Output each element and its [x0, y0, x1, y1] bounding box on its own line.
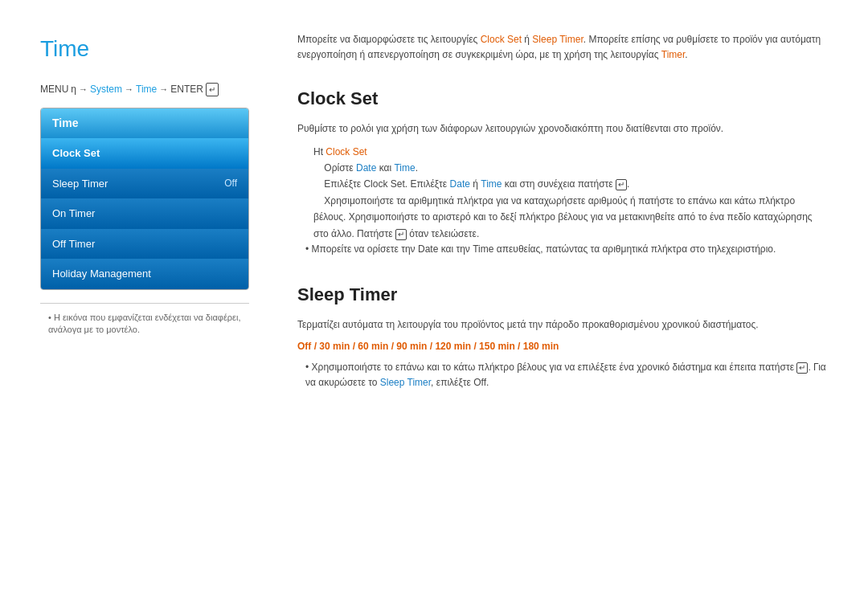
breadcrumb-arrow2: →: [125, 83, 133, 96]
ht-clock-set-link: Clock Set: [326, 146, 366, 157]
sleep-timer-section-title: Sleep Timer: [297, 281, 828, 308]
sleep-timer-options: Off / 30 min / 60 min / 90 min / 120 min…: [297, 339, 828, 353]
breadcrumb-time: Time: [136, 82, 157, 96]
sleep-timer-value: Off: [224, 176, 237, 190]
enter-icon: ↵: [206, 83, 219, 96]
off-timer-label: Off Timer: [52, 236, 95, 252]
sub1-time: Time: [394, 162, 415, 174]
menu-item-on-timer[interactable]: On Timer: [41, 198, 248, 229]
breadcrumb: MENU η → System → Time → ENTER ↵: [40, 82, 249, 96]
bullet-date: Date: [418, 243, 438, 255]
menu-item-holiday[interactable]: Holiday Management: [41, 259, 248, 289]
menu-item-off-timer[interactable]: Off Timer: [41, 229, 248, 260]
sub2-date: Date: [450, 178, 470, 190]
footnote: Η εικόνα που εμφανίζεται ενδέχεται να δι…: [40, 312, 249, 337]
intro-text: Μπορείτε να διαμορφώσετε τις λειτουργίες…: [297, 32, 828, 63]
breadcrumb-enter: ENTER: [170, 82, 203, 96]
ht-label: Ht: [313, 146, 326, 157]
menu-item-clock-set[interactable]: Clock Set: [41, 138, 248, 169]
intro-sleep-timer: Sleep Timer: [532, 34, 583, 45]
menu-header: Time: [41, 108, 248, 138]
enter-icon-inline3: ↵: [796, 362, 808, 374]
clock-set-sub2: Επιλέξτε Clock Set. Επιλέξτε Date ή Time…: [313, 176, 828, 192]
clock-set-sub1: Ορίστε Date και Time.: [313, 160, 828, 176]
sleep-timer-link: Sleep Timer: [380, 377, 431, 388]
on-timer-label: On Timer: [52, 206, 95, 222]
holiday-label: Holiday Management: [52, 266, 151, 282]
sleep-timer-desc: Τερματίζει αυτόματα τη λειτουργία του πρ…: [297, 317, 828, 333]
page-title: Time: [40, 32, 249, 66]
left-panel: Time MENU η → System → Time → ENTER ↵ Ti…: [40, 32, 249, 396]
menu-item-sleep-timer[interactable]: Sleep Timer Off: [41, 169, 248, 199]
sub2-time: Time: [481, 178, 502, 190]
clock-set-bullet1: Μπορείτε να ορίσετε την Date και την Tim…: [305, 242, 828, 257]
clock-set-label: Clock Set: [52, 145, 100, 161]
breadcrumb-eta: η: [71, 82, 76, 96]
sleep-timer-label: Sleep Timer: [52, 176, 108, 192]
breadcrumb-menu: MENU: [40, 82, 68, 96]
intro-timer: Timer: [661, 49, 686, 60]
sub1-date: Date: [356, 162, 376, 174]
enter-icon-inline2: ↵: [395, 229, 407, 240]
clock-set-desc: Ρυθμίστε το ρολόι για χρήση των διάφορων…: [297, 121, 828, 137]
intro-clock-set: Clock Set: [481, 34, 522, 45]
sleep-timer-bullet1: Χρησιμοποιήστε το επάνω και το κάτω πλήκ…: [305, 360, 828, 390]
bullet-time: Time: [473, 243, 493, 255]
breadcrumb-arrow3: →: [159, 83, 168, 96]
time-menu: Time Clock Set Sleep Timer Off On Timer …: [40, 108, 249, 290]
clock-set-ht: Ht Clock Set: [313, 144, 828, 160]
right-panel: Μπορείτε να διαμορφώσετε τις λειτουργίες…: [281, 32, 828, 396]
clock-set-sub3: Χρησιμοποιήστε τα αριθμητικά πλήκτρα για…: [313, 193, 828, 242]
clock-set-section-title: Clock Set: [297, 85, 828, 112]
breadcrumb-system: System: [90, 82, 122, 96]
enter-icon-inline1: ↵: [616, 179, 627, 190]
divider: [40, 303, 249, 304]
breadcrumb-arrow1: →: [79, 83, 88, 96]
